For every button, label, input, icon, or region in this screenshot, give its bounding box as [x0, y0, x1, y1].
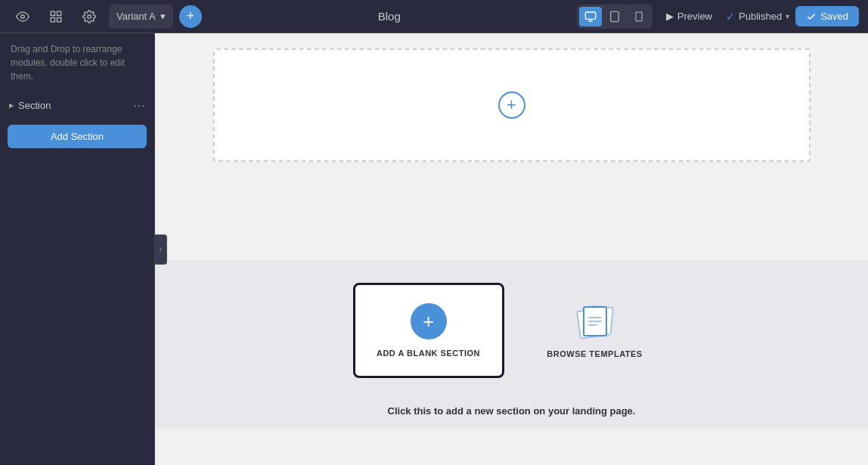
check-icon: ✓: [726, 11, 735, 23]
canvas-wrapper: +: [155, 33, 868, 260]
toolbar: Variant A ▾ + Blog ▶ Preview ✓ Publishe: [0, 0, 868, 33]
browse-templates-label: BROWSE TEMPLATES: [547, 349, 642, 358]
add-section-button[interactable]: Add Section: [8, 125, 147, 148]
svg-rect-4: [57, 17, 61, 21]
svg-rect-1: [51, 11, 54, 15]
sidebar-collapse-tab[interactable]: ‹: [155, 234, 167, 265]
svg-rect-2: [57, 11, 61, 15]
modules-icon-btn[interactable]: [42, 3, 70, 30]
svg-rect-3: [51, 17, 54, 21]
settings-icon-btn[interactable]: [76, 3, 103, 30]
section-menu-icon[interactable]: ⋯: [133, 98, 145, 113]
main-layout: Drag and Drop to rearrange modules, doub…: [0, 33, 868, 465]
canvas-section: +: [213, 48, 811, 162]
collapse-icon: ‹: [160, 245, 162, 253]
variant-select[interactable]: Variant A ▾: [109, 5, 173, 29]
page-title: Blog: [208, 10, 571, 23]
sidebar-section-row[interactable]: ▶ Section ⋯: [0, 92, 154, 119]
blank-add-icon: +: [411, 303, 447, 339]
saved-button[interactable]: Saved: [795, 6, 859, 26]
svg-point-5: [88, 14, 91, 18]
blank-section-label: ADD A BLANK SECTION: [377, 349, 480, 358]
preview-button[interactable]: ▶ Preview: [659, 8, 720, 25]
section-label: Section: [18, 100, 51, 111]
blank-section-card[interactable]: + ADD A BLANK SECTION: [353, 283, 504, 378]
sidebar: Drag and Drop to rearrange modules, doub…: [0, 33, 155, 465]
content-area: + + ADD A BLANK SECTION: [155, 33, 868, 465]
preview-icon-btn[interactable]: [9, 3, 36, 30]
section-triangle-icon: ▶: [9, 102, 14, 109]
browse-templates-card[interactable]: BROWSE TEMPLATES: [519, 284, 671, 377]
preview-label: Preview: [677, 11, 712, 22]
hint-text: Click this to add a new section on your …: [388, 405, 636, 417]
variant-label: Variant A: [116, 11, 156, 22]
published-badge[interactable]: ✓ Published ▾: [726, 11, 789, 23]
add-variant-btn[interactable]: +: [179, 5, 202, 28]
view-toggles: [577, 5, 653, 29]
svg-rect-9: [610, 11, 618, 21]
desktop-view-btn[interactable]: [579, 7, 602, 26]
templates-icon: [572, 302, 618, 340]
canvas-add-button[interactable]: +: [498, 91, 525, 119]
template-doc-main: [583, 306, 607, 336]
play-icon: ▶: [666, 11, 674, 22]
published-label: Published: [739, 11, 782, 22]
chevron-down-icon: ▾: [160, 11, 166, 22]
canvas-add-icon: +: [507, 95, 516, 115]
mobile-view-btn[interactable]: [628, 7, 650, 26]
published-chevron-icon: ▾: [786, 12, 789, 20]
sidebar-hint: Drag and Drop to rearrange modules, doub…: [0, 33, 154, 92]
saved-label: Saved: [820, 11, 848, 22]
svg-point-0: [21, 14, 25, 18]
add-section-panel: + ADD A BLANK SECTION: [155, 260, 868, 393]
tablet-view-btn[interactable]: [603, 7, 626, 26]
add-section-hint: Click this to add a new section on your …: [155, 393, 868, 429]
add-section-options: + ADD A BLANK SECTION: [170, 283, 853, 378]
svg-rect-6: [585, 12, 595, 19]
